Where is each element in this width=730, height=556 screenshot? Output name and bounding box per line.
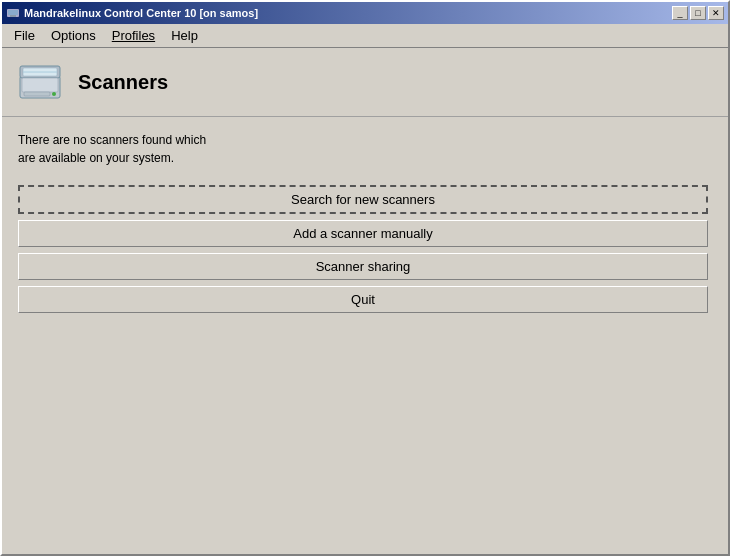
main-window: Mandrakelinux Control Center 10 [on samo… (0, 0, 730, 556)
close-button[interactable]: ✕ (708, 6, 724, 20)
menu-file[interactable]: File (6, 26, 43, 45)
svg-rect-9 (24, 92, 50, 96)
menu-options[interactable]: Options (43, 26, 104, 45)
menu-bar: File Options Profiles Help (2, 24, 728, 48)
status-line1: There are no scanners found which (18, 131, 712, 149)
quit-button[interactable]: Quit (18, 286, 708, 313)
title-bar-left: Mandrakelinux Control Center 10 [on samo… (6, 6, 258, 20)
title-bar: Mandrakelinux Control Center 10 [on samo… (2, 2, 728, 24)
search-new-scanners-button[interactable]: Search for new scanners (18, 185, 708, 214)
minimize-button[interactable]: _ (672, 6, 688, 20)
status-line2: are available on your system. (18, 149, 712, 167)
status-text: There are no scanners found which are av… (18, 131, 712, 167)
window-icon (6, 6, 20, 20)
svg-point-8 (52, 92, 56, 96)
page-title: Scanners (78, 71, 168, 94)
scanner-icon (16, 58, 64, 106)
svg-rect-1 (8, 10, 18, 15)
title-bar-buttons: _ □ ✕ (672, 6, 724, 20)
add-scanner-manually-button[interactable]: Add a scanner manually (18, 220, 708, 247)
menu-profiles[interactable]: Profiles (104, 26, 163, 45)
svg-rect-2 (10, 15, 16, 17)
header-section: Scanners (2, 48, 728, 117)
window-title: Mandrakelinux Control Center 10 [on samo… (24, 7, 258, 19)
maximize-button[interactable]: □ (690, 6, 706, 20)
buttons-container: Search for new scanners Add a scanner ma… (18, 185, 708, 313)
scanner-sharing-button[interactable]: Scanner sharing (18, 253, 708, 280)
content-area: Scanners There are no scanners found whi… (2, 48, 728, 554)
svg-rect-7 (22, 78, 58, 92)
menu-help[interactable]: Help (163, 26, 206, 45)
main-section: There are no scanners found which are av… (2, 117, 728, 554)
